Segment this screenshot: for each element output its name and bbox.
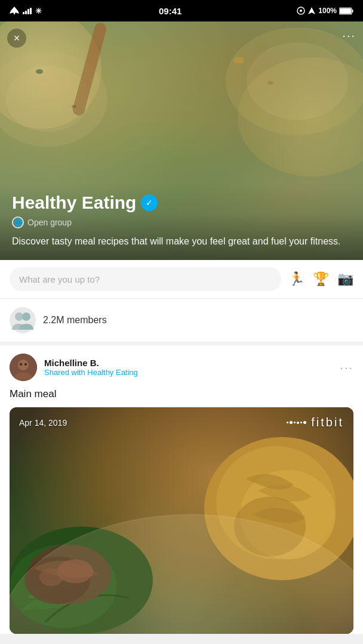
signal-bars xyxy=(23,8,32,14)
verified-badge: ✓ xyxy=(141,194,158,211)
close-button[interactable]: × xyxy=(7,29,26,48)
svg-point-10 xyxy=(247,42,348,120)
avatar-image xyxy=(10,354,37,381)
hero-section: × ··· Healthy Eating ✓ 🌐 Open group Disc… xyxy=(0,21,363,260)
post-card: Michelline B. Shared with Healthy Eating… xyxy=(0,345,363,634)
post-avatar xyxy=(10,354,37,381)
post-text: Main meal xyxy=(0,387,363,407)
plate-rim xyxy=(10,407,353,634)
post-author: Michelline B. xyxy=(44,358,333,368)
members-avatar-icon xyxy=(10,307,36,333)
group-description: Discover tasty meal recipes that will ma… xyxy=(12,234,351,248)
close-icon: × xyxy=(14,32,20,45)
svg-rect-6 xyxy=(352,10,353,13)
status-right: 100% xyxy=(297,7,353,15)
post-group-link[interactable]: Healthy Eating xyxy=(87,368,138,377)
activity-icon[interactable]: 🏃 xyxy=(288,271,304,287)
battery-icon xyxy=(339,7,353,15)
group-type-row: 🌐 Open group xyxy=(12,216,351,228)
status-bar: ✳ 09:41 100% xyxy=(0,0,363,21)
checkmark-icon: ✓ xyxy=(146,198,153,208)
svg-point-17 xyxy=(24,363,27,366)
navigation-icon xyxy=(307,7,316,15)
members-count: 2.2M members xyxy=(43,315,107,326)
members-bar: 2.2M members xyxy=(0,299,363,345)
battery-percentage: 100% xyxy=(318,7,337,15)
fitbit-dot-4 xyxy=(297,422,299,424)
fitbit-dots-icon xyxy=(287,421,306,424)
svg-point-16 xyxy=(20,363,22,366)
compose-input[interactable]: What are you up to? xyxy=(10,267,281,291)
location-icon xyxy=(297,7,305,15)
fitbit-card: Apr 14, 2019 fitbit xyxy=(10,407,353,634)
wifi-icon: ✳ xyxy=(35,7,44,15)
svg-point-28 xyxy=(10,515,353,634)
post-more-button[interactable]: ··· xyxy=(340,361,353,374)
fitbit-text: fitbit xyxy=(311,416,344,429)
svg-text:✳: ✳ xyxy=(35,7,42,15)
post-meta: Michelline B. Shared with Healthy Eating xyxy=(44,358,333,377)
post-header: Michelline B. Shared with Healthy Eating… xyxy=(0,345,363,387)
plate-right-svg xyxy=(214,21,363,153)
camera-icon[interactable]: 📷 xyxy=(337,271,353,287)
fitbit-dot-1 xyxy=(287,422,288,423)
group-type-label: Open group xyxy=(27,218,72,227)
avatar-svg xyxy=(10,354,37,381)
svg-point-15 xyxy=(18,360,29,370)
compose-bar: What are you up to? 🏃 🏆 📷 xyxy=(0,260,363,299)
fitbit-logo: fitbit xyxy=(287,416,344,429)
more-options-button[interactable]: ··· xyxy=(342,29,356,42)
group-title: Healthy Eating xyxy=(12,193,136,213)
plate-rim-svg xyxy=(10,407,353,634)
shared-with-label: Shared with xyxy=(44,368,85,377)
fitbit-date: Apr 14, 2019 xyxy=(19,418,67,428)
fitbit-overlay-top: Apr 14, 2019 fitbit xyxy=(10,407,353,438)
svg-point-2 xyxy=(300,10,302,12)
post-shared-line: Shared with Healthy Eating xyxy=(44,368,333,377)
trophy-icon[interactable]: 🏆 xyxy=(313,271,329,287)
compose-icons: 🏃 🏆 📷 xyxy=(288,271,353,287)
svg-point-13 xyxy=(22,312,30,321)
fitbit-dot-5 xyxy=(300,422,302,423)
status-left: ✳ xyxy=(10,7,44,15)
svg-point-12 xyxy=(15,312,23,321)
fitbit-dot-2 xyxy=(290,421,293,424)
hero-overlay: Healthy Eating ✓ 🌐 Open group Discover t… xyxy=(0,183,363,260)
globe-icon: 🌐 xyxy=(12,216,24,228)
svg-rect-5 xyxy=(340,8,351,14)
fitbit-dot-3 xyxy=(294,422,296,423)
feed: Michelline B. Shared with Healthy Eating… xyxy=(0,345,363,634)
fitbit-dot-6 xyxy=(303,421,306,424)
svg-marker-3 xyxy=(308,7,315,14)
airplane-icon xyxy=(10,7,19,15)
status-time: 09:41 xyxy=(159,6,182,16)
group-title-row: Healthy Eating ✓ xyxy=(12,193,351,213)
